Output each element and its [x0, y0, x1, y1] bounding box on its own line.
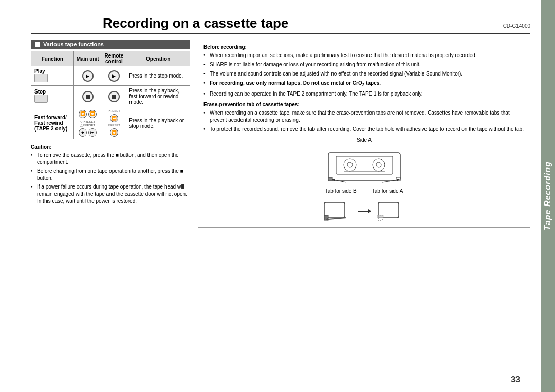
stop-square-icon: [86, 95, 90, 99]
before-recording-list: When recording important selections, mak…: [203, 52, 525, 98]
br-item-4: For recording, use only normal tapes. Do…: [203, 80, 525, 88]
caution-item-3: If a power failure occurs during tape op…: [31, 183, 190, 205]
table-row-play: Play ▶ ▶ Press in the stop mode.: [31, 66, 190, 86]
header-square-icon: [35, 42, 40, 47]
main-unit-ff: ⏪ ⏩ ▽PRESET △PRESET ⏮ ⏭: [73, 107, 102, 139]
svg-point-2: [344, 159, 356, 171]
preset-label: ▽PRESET △PRESET: [77, 120, 99, 127]
tape-functions-title: Various tape functions: [43, 41, 104, 47]
ff-btn-group2: ⏮ ⏭: [79, 128, 97, 137]
col-function: Function: [31, 51, 74, 66]
function-play: Play: [31, 66, 74, 86]
remote-stop: [102, 86, 126, 107]
caution-title: Caution:: [31, 144, 190, 150]
tab-b-label: Tab for side B: [325, 188, 357, 194]
svg-point-5: [376, 162, 381, 167]
main-unit-play: ▶: [73, 66, 102, 86]
rew-main-icon: ⏩: [88, 110, 97, 118]
play-button-icon: [34, 74, 48, 82]
main-content: Recording on a cassette tape CD-G14000 V…: [0, 0, 541, 392]
tape-functions-table: Function Main unit Remotecontrol Operati…: [31, 51, 190, 139]
svg-rect-0: [328, 153, 400, 181]
br-item-1: When recording important selections, mak…: [203, 52, 525, 59]
arrow-right-svg: [357, 203, 372, 219]
caution-item-2: Before changing from one tape operation …: [31, 167, 190, 182]
svg-rect-19: [377, 215, 383, 218]
preset-label3: PRESET: [108, 124, 120, 127]
ff2-main-icon: ⏮: [79, 128, 87, 137]
right-sidebar: Tape Recording: [541, 0, 555, 392]
side-a-label: Side A: [357, 137, 372, 143]
caution-section: Caution: To remove the cassette, press t…: [31, 144, 190, 205]
remote-play: ▶: [102, 66, 126, 86]
svg-marker-16: [368, 209, 371, 214]
tape-functions-header: Various tape functions: [31, 40, 190, 49]
operation-ff: Press in the playback or stop mode.: [126, 107, 190, 139]
stop-main-icon: [82, 91, 94, 102]
before-recording-title: Before recording:: [203, 44, 525, 50]
content-row: Various tape functions Function Main uni…: [31, 40, 530, 228]
rew2-main-icon: ⏭: [88, 128, 97, 137]
tab-before-svg: [323, 200, 351, 223]
col-operation: Operation: [126, 51, 190, 66]
erase-item-2: To protect the recorded sound, remove th…: [203, 126, 525, 133]
col-remote: Remotecontrol: [102, 51, 126, 66]
cassette-diagram: Side A: [203, 137, 525, 194]
br-item-2: SHARP is not liable for damage or loss o…: [203, 61, 525, 68]
cassette-svg: [318, 145, 411, 186]
stop-button-icon: [34, 95, 48, 103]
operation-stop: Press in the playback, fast forward or r…: [126, 86, 190, 107]
stop-sq-remote-icon: [112, 95, 116, 99]
title-area: Recording on a cassette tape CD-G14000: [31, 15, 530, 34]
function-ff: Fast forward/ Fast rewind(TAPE 2 only): [31, 107, 74, 139]
main-unit-stop: [73, 86, 102, 107]
right-section: Before recording: When recording importa…: [198, 40, 530, 228]
function-stop: Stop: [31, 86, 74, 107]
page-container: Recording on a cassette tape CD-G14000 V…: [0, 0, 555, 392]
remote-ff: PRESET ⏪ PRESET ⏩: [102, 107, 126, 139]
caution-item-1: To remove the cassette, press the ■ butt…: [31, 152, 190, 166]
tab-labels: Tab for side B Tab for side A: [325, 188, 403, 194]
br-item-5: Recording can be operated in the TAPE 2 …: [203, 90, 525, 98]
operation-play: Press in the stop mode.: [126, 66, 190, 86]
play-remote-icon: ▶: [108, 70, 120, 82]
caution-list: To remove the cassette, press the ■ butt…: [31, 152, 190, 205]
preset-label2: PRESET: [108, 109, 120, 113]
ff-remote-icon: ⏪: [110, 114, 118, 122]
svg-rect-1: [336, 156, 393, 174]
arrow-diagram: [203, 200, 525, 223]
ff-btn-group: ⏪ ⏩: [79, 110, 97, 118]
tab-a-label: Tab for side A: [372, 188, 403, 194]
svg-rect-7: [328, 177, 332, 181]
svg-point-3: [347, 162, 353, 167]
erase-section-title: Erase-prevention tab of cassette tapes:: [203, 102, 525, 107]
erase-item-1: When recording on a cassette tape, make …: [203, 109, 525, 124]
col-main-unit: Main unit: [73, 51, 102, 66]
left-section: Various tape functions Function Main uni…: [31, 40, 190, 228]
tab-after-svg: [377, 200, 405, 223]
page-title: Recording on a cassette tape: [103, 15, 288, 31]
ff-main-icon: ⏪: [79, 110, 87, 118]
table-row-stop: Stop: [31, 86, 190, 107]
erase-list: When recording on a cassette tape, make …: [203, 109, 525, 133]
sidebar-text: Tape Recording: [543, 161, 552, 230]
svg-point-4: [373, 159, 385, 171]
play-main-icon: ▶: [82, 70, 94, 82]
table-row-ff: Fast forward/ Fast rewind(TAPE 2 only) ⏪…: [31, 107, 190, 139]
model-number: CD-G14000: [503, 23, 530, 29]
stop-remote-icon: [108, 91, 120, 102]
br-item-3: The volume and sound controls can be adj…: [203, 70, 525, 78]
rew-remote-icon: ⏩: [110, 128, 118, 137]
page-number: 33: [511, 375, 520, 384]
